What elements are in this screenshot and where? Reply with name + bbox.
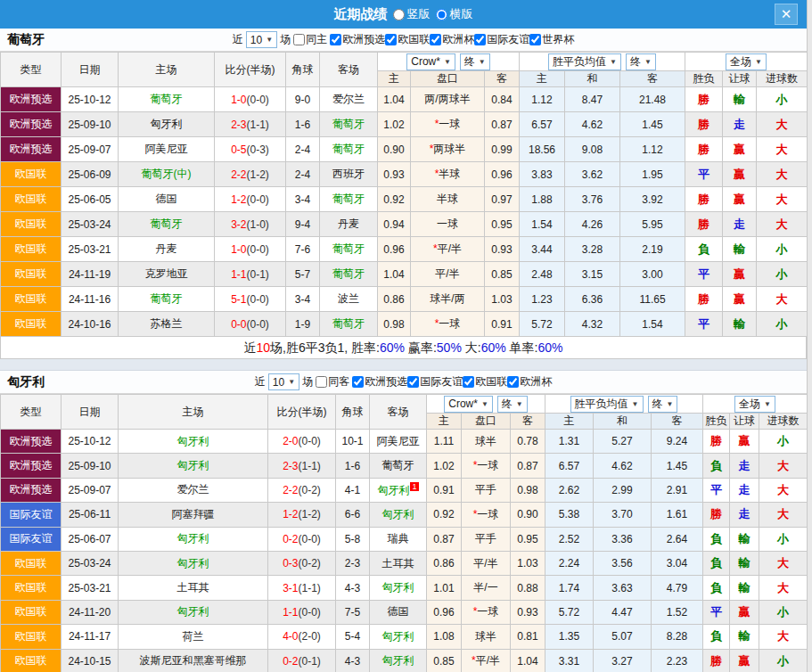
result-goals: 大 (757, 212, 808, 237)
final-odds-select[interactable]: 终 (460, 53, 490, 70)
score-cell: 5-1(0-0) (215, 287, 286, 312)
corner-score: 5-7 (286, 262, 320, 287)
result-wdl: 勝 (685, 87, 723, 112)
same-side-checkbox[interactable]: 同客 (316, 374, 349, 389)
same-side-checkbox-input[interactable] (316, 376, 327, 388)
result-goals: 大 (757, 162, 808, 187)
summary-segment: 大: (462, 340, 481, 355)
games-label: 场 (302, 374, 313, 389)
halftime-score: (0-0) (247, 318, 269, 331)
final-odds-select[interactable]: 终 (497, 396, 528, 413)
match-row: 国际友谊25-06-11阿塞拜疆1-2(1-2)6-6匈牙利0.92*一球0.9… (1, 503, 808, 527)
handicap-text: 一球 (477, 605, 498, 618)
mean-home: 5.38 (545, 503, 594, 527)
away-team-name: 葡萄牙 (332, 242, 365, 255)
competition-checkbox-input[interactable] (529, 34, 541, 45)
home-team-name: 波斯尼亚和黑塞哥维那 (140, 654, 247, 667)
result-wdl: 負 (703, 527, 730, 551)
mean-draw: 2.99 (594, 478, 652, 502)
competition-checkbox-input[interactable] (463, 376, 474, 388)
competition-filter-checkbox[interactable]: 欧国联 (463, 374, 507, 389)
competition-filter-checkbox[interactable]: 国际友谊 (407, 374, 463, 389)
result-wdl: 勝 (685, 187, 723, 212)
mean-draw: 3.27 (594, 649, 652, 672)
near-label: 近 (255, 374, 266, 389)
handicap-text: 一球 (439, 118, 460, 130)
odds-company-select[interactable]: Crow* (444, 396, 493, 413)
wdl-mean-select[interactable]: 胜平负均值 (570, 396, 644, 413)
competition-filter-checkbox[interactable]: 国际友谊 (474, 32, 529, 47)
competition-type: 欧国联 (1, 237, 62, 262)
away-team-cell: 葡萄牙 (320, 187, 378, 212)
result-wdl: 負 (685, 237, 723, 262)
col-away: 客场 (370, 395, 427, 430)
layout-option-horizontal[interactable]: 横版 (436, 6, 473, 22)
match-date: 25-09-10 (62, 454, 119, 478)
mean-home: 1.23 (520, 287, 565, 312)
sub-odds-away: 客 (485, 71, 520, 87)
mean-home: 3.44 (520, 237, 565, 262)
full-match-select[interactable]: 全场 (726, 53, 767, 70)
score-cell: 2-2(1-2) (215, 162, 286, 187)
sub-goals: 进球数 (759, 414, 808, 430)
away-team-cell: 葡萄牙 (320, 312, 378, 337)
result-group-header: 全场 (685, 53, 808, 71)
result-goals: 小 (759, 430, 808, 454)
radio-vertical-input[interactable] (393, 9, 405, 20)
odds-company-select[interactable]: Crow* (406, 53, 455, 70)
mean-away: 2.64 (652, 527, 703, 551)
competition-type: 欧国联 (1, 576, 62, 600)
competition-filter-checkbox[interactable]: 欧洲预选 (330, 32, 385, 47)
away-team-name: 葡萄牙 (332, 118, 365, 130)
away-team-name: 阿美尼亚 (377, 435, 420, 447)
final-mean-select[interactable]: 终 (648, 396, 678, 413)
competition-filter-checkbox[interactable]: 欧洲杯 (507, 374, 552, 389)
mean-away: 2.19 (620, 237, 685, 262)
match-date: 25-06-09 (62, 162, 119, 187)
competition-filter-checkbox[interactable]: 世界杯 (529, 32, 574, 47)
final-mean-select[interactable]: 终 (626, 53, 656, 70)
same-side-checkbox-input[interactable] (293, 34, 305, 45)
competition-filter-checkbox[interactable]: 欧国联 (385, 32, 430, 47)
competition-filter-checkbox[interactable]: 欧洲预选 (352, 374, 407, 389)
competition-checkbox-input[interactable] (407, 376, 419, 388)
competition-type: 欧洲预选 (1, 87, 62, 112)
score-cell: 0-0(0-0) (215, 312, 286, 337)
match-history-table: 类型 日期 主场 比分(半场) 角球 客场 Crow* 终 胜平负均值 终 全场 (0, 394, 808, 672)
same-side-checkbox[interactable]: 同主 (293, 32, 327, 47)
corner-score: 9-4 (286, 212, 320, 237)
radio-horizontal-input[interactable] (436, 9, 447, 20)
match-count-select[interactable]: 10 (268, 373, 299, 390)
score-cell: 1-0(0-0) (215, 87, 286, 112)
match-count-select[interactable]: 10 (246, 31, 277, 48)
competition-checkbox-input[interactable] (474, 34, 486, 45)
result-goals: 大 (757, 112, 808, 137)
competition-filter-checkbox[interactable]: 欧洲杯 (430, 32, 474, 47)
result-goals: 大 (759, 551, 808, 575)
result-handicap: 輸 (730, 527, 759, 551)
layout-option-vertical[interactable]: 竖版 (393, 6, 431, 22)
mean-draw: 5.07 (594, 625, 652, 649)
halftime-score: (1-1) (247, 119, 269, 131)
match-date: 25-03-21 (62, 237, 119, 262)
wdl-mean-select[interactable]: 胜平负均值 (548, 53, 621, 70)
competition-checkbox-input[interactable] (430, 34, 441, 45)
handicap-line: 平手 (462, 478, 511, 502)
competition-type: 欧国联 (1, 312, 62, 337)
competition-checkbox-input[interactable] (385, 34, 397, 45)
odds-away: 0.98 (511, 478, 545, 502)
handicap-line: *一球 (462, 454, 511, 478)
competition-checkbox-input[interactable] (330, 34, 341, 45)
competition-checkbox-input[interactable] (352, 376, 364, 388)
full-match-select[interactable]: 全场 (734, 396, 775, 413)
competition-checkbox-input[interactable] (507, 376, 519, 388)
competition-type: 欧国联 (1, 212, 62, 237)
close-button[interactable]: ✕ (775, 4, 798, 25)
sub-handicap: 盘口 (411, 71, 485, 87)
home-team-cell: 德国 (119, 187, 215, 212)
mean-draw: 4.32 (565, 312, 620, 337)
result-goals: 大 (759, 576, 808, 600)
mean-away: 4.79 (652, 576, 703, 600)
mean-draw: 4.62 (565, 112, 620, 137)
match-date: 25-09-07 (62, 478, 119, 502)
